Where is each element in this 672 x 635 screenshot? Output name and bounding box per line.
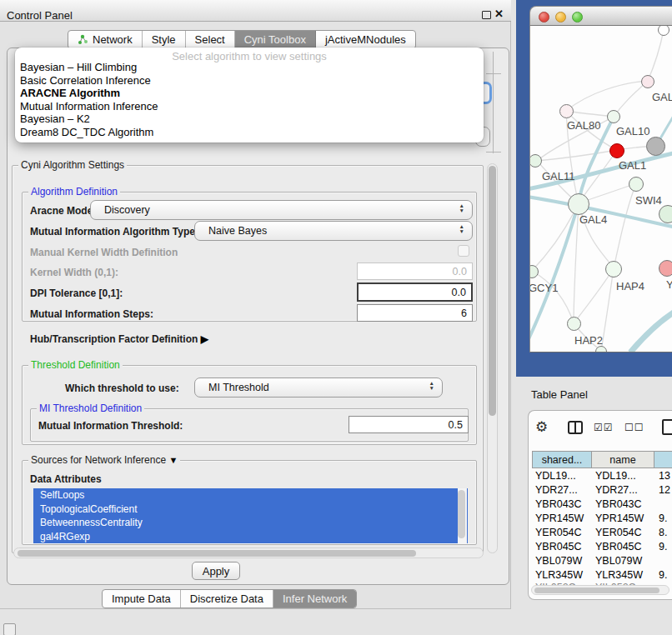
table-cell[interactable]: YDR27...: [595, 484, 638, 496]
aracne-mode-combobox[interactable]: Discovery ▲▼: [90, 200, 473, 220]
hidden-groupbox-line-top: [486, 73, 501, 74]
node-gal-partial[interactable]: [641, 75, 654, 88]
table-cell[interactable]: YDL19...: [535, 470, 576, 482]
tab-infer-network[interactable]: Infer Network: [273, 590, 356, 608]
table-horizontal-scrollbar[interactable]: [531, 585, 669, 595]
data-attributes-list[interactable]: SelfLoops TopologicalCoefficient Between…: [33, 488, 468, 543]
hidden-groupbox-edge: [493, 52, 494, 153]
table-horizontal-scrollbar-thumb[interactable]: [534, 588, 659, 593]
node-bottom-green[interactable]: [595, 346, 607, 352]
node-label-gcy1: GCY1: [529, 282, 558, 294]
table-cell[interactable]: YBL079W: [595, 555, 642, 567]
node-gal80[interactable]: [559, 104, 574, 118]
tab-style[interactable]: Style: [143, 31, 186, 48]
attribute-selfloops[interactable]: SelfLoops: [33, 488, 468, 502]
float-panel-icon[interactable]: [482, 11, 491, 19]
table-cell[interactable]: YBR043C: [595, 498, 642, 510]
attribute-gal4rgexp[interactable]: gal4RGexp: [33, 530, 468, 544]
split-columns-icon[interactable]: [568, 421, 583, 434]
apply-button[interactable]: Apply: [192, 562, 240, 580]
mi-threshold-field[interactable]: 0.5: [349, 416, 469, 433]
table-cell[interactable]: 13: [659, 470, 670, 482]
node-label-gal10: GAL10: [616, 125, 649, 138]
dropdown-item-mutual-information[interactable]: Mutual Information Inference: [20, 100, 158, 112]
table-cell[interactable]: YER054C: [535, 527, 582, 538]
column-header-shared[interactable]: shared...: [532, 451, 592, 468]
close-window-icon[interactable]: [539, 12, 549, 22]
mi-type-label: Mutual Information Algorithm Type:: [30, 226, 198, 238]
which-threshold-combobox[interactable]: MI Threshold ▲▼: [194, 378, 443, 398]
sources-title[interactable]: Sources for Network Inference ▼: [28, 454, 180, 466]
table-cell[interactable]: YDL19...: [595, 470, 636, 482]
algorithm-definition-title: Algorithm Definition: [28, 186, 120, 198]
table-cell[interactable]: YBR043C: [535, 498, 582, 510]
dropdown-item-bayesian-hill-climbing[interactable]: Bayesian – Hill Climbing: [20, 61, 137, 73]
column-header-name[interactable]: name: [592, 451, 654, 468]
node-right-green[interactable]: [659, 205, 672, 223]
node-gal1-selected[interactable]: [609, 143, 624, 158]
table-cell[interactable]: YBL079W: [535, 555, 582, 567]
document-icon[interactable]: [662, 419, 672, 435]
table-cell[interactable]: YER054C: [595, 527, 642, 538]
collapse-down-icon: ▼: [168, 455, 178, 465]
dpi-tolerance-label: DPI Tolerance [0,1]:: [30, 288, 123, 299]
node-hap4[interactable]: [605, 261, 622, 278]
table-cell[interactable]: 9.: [659, 512, 667, 524]
tab-network[interactable]: Network: [68, 31, 143, 48]
table-cell[interactable]: YLR345W: [595, 569, 643, 581]
table-cell[interactable]: YPR145W: [535, 512, 584, 524]
table-cell[interactable]: YLR345W: [535, 569, 583, 581]
node-hap2[interactable]: [567, 317, 581, 331]
hub-definition-expander[interactable]: Hub/Transcription Factor Definition ▶: [30, 333, 208, 345]
minimize-window-icon[interactable]: [555, 12, 566, 22]
settings-vertical-scrollbar[interactable]: [487, 163, 498, 553]
table-cell[interactable]: 9.: [659, 541, 667, 552]
close-panel-icon[interactable]: ✕: [494, 8, 504, 20]
settings-horizontal-scrollbar-thumb[interactable]: [18, 550, 416, 557]
network-canvas[interactable]: GAL GAL80 GAL10 GAL1 GAL11 SWI4 GAL4 GCY…: [529, 26, 672, 352]
attribute-topologicalcoefficient[interactable]: TopologicalCoefficient: [33, 502, 468, 517]
attributes-scrollbar-thumb[interactable]: [458, 490, 465, 538]
stepper-icon: ▲▼: [429, 381, 434, 390]
checked-columns-icon[interactable]: ☑☑: [594, 422, 614, 433]
node-swi4[interactable]: [629, 177, 644, 192]
zoom-window-icon[interactable]: [572, 12, 583, 22]
tab-jactivemnodules[interactable]: jActiveMNodules: [316, 31, 415, 48]
node-label-hap4: HAP4: [616, 280, 644, 292]
tab-impute-data[interactable]: Impute Data: [103, 590, 181, 608]
tab-select[interactable]: Select: [186, 31, 235, 48]
mi-type-combobox[interactable]: Naive Bayes ▲▼: [194, 221, 473, 241]
dpi-tolerance-field[interactable]: 0.0: [357, 282, 473, 302]
network-window-titlebar[interactable]: [529, 6, 672, 26]
table-cell[interactable]: YBR045C: [595, 541, 642, 552]
stepper-icon: ▲▼: [459, 203, 464, 212]
node-gal4[interactable]: [568, 193, 589, 215]
tab-cyni-toolbox[interactable]: Cyni Toolbox: [235, 31, 316, 48]
attributes-scrollbar[interactable]: [458, 488, 467, 543]
dropdown-item-aracne[interactable]: ARACNE Algorithm: [20, 87, 120, 99]
settings-horizontal-scrollbar[interactable]: [13, 548, 484, 558]
tab-discretize-data[interactable]: Discretize Data: [181, 590, 273, 608]
manual-kernel-checkbox[interactable]: [458, 245, 469, 257]
settings-vertical-scrollbar-thumb[interactable]: [489, 166, 496, 416]
table-cell[interactable]: 12: [659, 484, 670, 496]
column-header-partial[interactable]: [654, 451, 672, 468]
node-gray[interactable]: [646, 137, 665, 156]
node-salmon[interactable]: [659, 260, 672, 277]
table-cell[interactable]: 9.: [659, 569, 667, 581]
unchecked-columns-icon[interactable]: ☐☐: [624, 422, 644, 433]
dropdown-item-bayesian-k2[interactable]: Bayesian – K2: [20, 112, 90, 125]
table-cell[interactable]: YBR045C: [535, 541, 582, 552]
minimized-panel-icon[interactable]: [3, 623, 16, 635]
dropdown-item-basic-correlation[interactable]: Basic Correlation Inference: [20, 74, 151, 87]
table-cell[interactable]: YPR145W: [595, 512, 644, 524]
kernel-width-field[interactable]: 0.0: [357, 262, 473, 280]
node-gal10[interactable]: [607, 110, 620, 123]
attribute-betweennesscentrality[interactable]: BetweennessCentrality: [33, 516, 468, 530]
table-cell[interactable]: 8.: [659, 527, 667, 538]
dropdown-item-dream8[interactable]: Dream8 DC_TDC Algorithm: [20, 126, 153, 138]
mi-steps-field[interactable]: 6: [357, 304, 473, 322]
gear-icon[interactable]: ⚙: [535, 420, 548, 434]
threshold-definition-title: Threshold Definition: [28, 359, 123, 371]
table-cell[interactable]: YDR27...: [535, 484, 578, 496]
